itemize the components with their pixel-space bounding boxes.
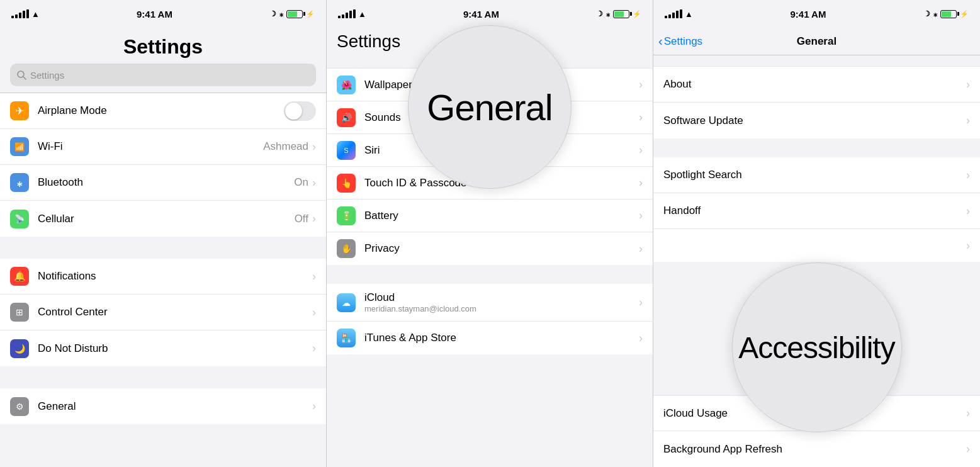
- back-button[interactable]: ‹ Settings: [658, 34, 702, 48]
- dnd-label: Do Not Disturb: [38, 342, 312, 355]
- handoff-label: Handoff: [663, 205, 966, 217]
- bluetooth-icon: ⁎: [10, 173, 29, 192]
- settings-list: ✈ Airplane Mode 📶 Wi-Fi Ashmead › ⁎ Blue…: [0, 93, 326, 467]
- cellular-chevron: ›: [312, 212, 316, 225]
- wifi-icon-3: ▲: [685, 9, 693, 19]
- zoom-general-circle: General: [408, 25, 572, 189]
- status-right-1: ☽ ⁎ ⚡: [269, 9, 315, 18]
- nav-bar-general: ‹ Settings General: [653, 28, 980, 55]
- gray-top-3: [653, 55, 980, 67]
- bluetooth-status-icon-3: ⁎: [933, 9, 937, 18]
- cellular-value: Off: [295, 213, 308, 225]
- settings-header: Settings Settings: [0, 28, 326, 93]
- row-about[interactable]: About ›: [653, 67, 980, 103]
- section-gap-2: [0, 366, 326, 388]
- signal-icon-2: [338, 9, 356, 18]
- signal-icon-3: [665, 9, 682, 18]
- battery-icon-1: [286, 10, 303, 18]
- icloud-text-area: iCloud meridian.stayman@icloud.com: [364, 291, 639, 313]
- gray-section-2: [327, 265, 653, 284]
- general-icon: ⚙: [10, 397, 29, 416]
- status-bar-3: ▲ 9:41 AM ☽ ⁎ ⚡: [653, 0, 980, 28]
- row-handoff[interactable]: Handoff ›: [653, 193, 980, 229]
- spotlight-label: Spotlight Search: [663, 169, 966, 181]
- row-wifi[interactable]: 📶 Wi-Fi Ashmead ›: [0, 129, 326, 165]
- general-chevron: ›: [312, 400, 316, 413]
- row-airplane-mode[interactable]: ✈ Airplane Mode: [0, 93, 326, 129]
- battery-fill-1: [288, 11, 297, 17]
- row-privacy[interactable]: ✋ Privacy ›: [327, 232, 653, 265]
- status-right-2: ☽ ⁎ ⚡: [596, 9, 641, 18]
- control-center-icon: ⊞: [10, 303, 29, 322]
- dnd-icon: 🌙: [10, 339, 29, 358]
- status-left-3: ▲: [665, 9, 693, 19]
- gray-mid-3: [653, 138, 980, 157]
- moon-icon: ☽: [269, 9, 276, 18]
- search-placeholder: Settings: [30, 70, 64, 81]
- bluetooth-chevron: ›: [312, 176, 316, 189]
- siri-icon: S: [337, 141, 356, 160]
- wallpaper-icon: 🌺: [337, 76, 356, 94]
- wifi-icon-2: ▲: [358, 9, 366, 19]
- spotlight-chevron: ›: [966, 169, 970, 182]
- cellular-icon: 📡: [10, 210, 29, 228]
- row-background-refresh[interactable]: Background App Refresh ›: [653, 431, 980, 467]
- notifications-label: Notifications: [38, 270, 312, 283]
- privacy-label: Privacy: [364, 242, 639, 255]
- software-update-chevron: ›: [966, 114, 970, 127]
- search-icon: [16, 70, 26, 80]
- wifi-icon: ▲: [31, 9, 40, 19]
- row-control-center[interactable]: ⊞ Control Center ›: [0, 295, 326, 330]
- row-accessibility-partial[interactable]: ›: [653, 229, 980, 262]
- row-bluetooth[interactable]: ⁎ Bluetooth On ›: [0, 165, 326, 201]
- battery-icon-3: [940, 10, 957, 18]
- section3-1: About › Software Update ›: [653, 67, 980, 138]
- row-notifications[interactable]: 🔔 Notifications ›: [0, 259, 326, 295]
- section-general: ⚙ General ›: [0, 388, 326, 424]
- wifi-chevron: ›: [312, 140, 316, 154]
- about-label: About: [663, 78, 966, 91]
- battery-settings-icon: 🔋: [337, 206, 356, 225]
- row-battery[interactable]: 🔋 Battery ›: [327, 200, 653, 232]
- airplane-toggle[interactable]: [284, 101, 316, 121]
- moon-icon-3: ☽: [923, 9, 930, 18]
- status-time-1: 9:41 AM: [137, 9, 172, 20]
- row-cellular[interactable]: 📡 Cellular Off ›: [0, 201, 326, 237]
- itunes-label: iTunes & App Store: [364, 332, 639, 344]
- background-refresh-label: Background App Refresh: [663, 443, 966, 456]
- row-general[interactable]: ⚙ General ›: [0, 388, 326, 424]
- bluetooth-status-icon: ⁎: [279, 9, 283, 18]
- panel-settings-scrolled: ▲ 9:41 AM ☽ ⁎ ⚡ Settings General 🌺 Wallp…: [327, 0, 653, 467]
- moon-icon-2: ☽: [596, 9, 603, 18]
- status-left-2: ▲: [338, 9, 366, 19]
- zoom-accessibility-text: Accessibility: [738, 330, 894, 365]
- row-icloud[interactable]: ☁ iCloud meridian.stayman@icloud.com ›: [327, 284, 653, 322]
- row-software-update[interactable]: Software Update ›: [653, 103, 980, 138]
- search-bar[interactable]: Settings: [10, 64, 316, 86]
- row-spotlight[interactable]: Spotlight Search ›: [653, 157, 980, 193]
- back-chevron-icon: ‹: [658, 34, 663, 48]
- bluetooth-value: On: [294, 176, 308, 189]
- appstore-icon: 🏪: [337, 329, 356, 347]
- row-do-not-disturb[interactable]: 🌙 Do Not Disturb ›: [0, 330, 326, 366]
- bluetooth-status-icon-2: ⁎: [606, 9, 610, 18]
- charge-icon-2: ⚡: [633, 10, 641, 18]
- panel-settings-main: ▲ 9:41 AM ☽ ⁎ ⚡ Settings Settings ✈: [0, 0, 327, 467]
- back-label: Settings: [664, 35, 702, 48]
- about-chevron: ›: [966, 78, 970, 91]
- general-nav-title: General: [797, 35, 836, 48]
- section-connectivity: ✈ Airplane Mode 📶 Wi-Fi Ashmead › ⁎ Blue…: [0, 93, 326, 237]
- airplane-icon: ✈: [10, 101, 29, 120]
- s2-section2: ☁ iCloud meridian.stayman@icloud.com › 🏪…: [327, 284, 653, 354]
- row-itunes[interactable]: 🏪 iTunes & App Store ›: [327, 322, 653, 354]
- control-center-chevron: ›: [312, 306, 316, 319]
- settings-title: Settings: [10, 33, 316, 64]
- dnd-chevron: ›: [312, 342, 316, 355]
- cellular-label: Cellular: [38, 213, 295, 225]
- svg-line-1: [23, 77, 26, 79]
- battery-icon-2: [613, 10, 629, 18]
- icloud-label: iCloud: [364, 291, 639, 304]
- section-gap-1: [0, 237, 326, 259]
- section-system: 🔔 Notifications › ⊞ Control Center › 🌙 D…: [0, 259, 326, 366]
- battery-label: Battery: [364, 210, 639, 222]
